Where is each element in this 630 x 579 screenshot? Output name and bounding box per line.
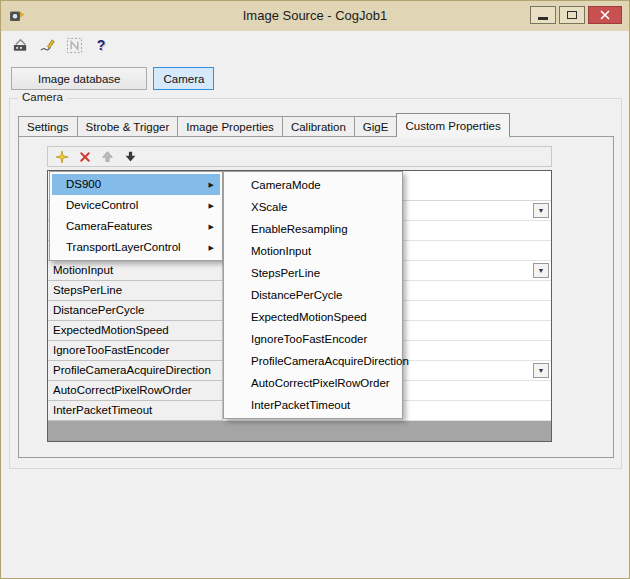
source-buttons: Image database Camera (11, 67, 214, 90)
property-name: MotionInput (48, 261, 223, 281)
tab-custom-properties[interactable]: Custom Properties (396, 113, 509, 136)
close-button[interactable] (588, 6, 622, 24)
submenu-item-distancepercycle[interactable]: DistancePerCycle (226, 284, 400, 306)
menu-item-label: CameraFeatures (66, 220, 152, 232)
menu-item-transportlayercontrol[interactable]: TransportLayerControl▶ (52, 237, 220, 258)
context-menu: DS900▶DeviceControl▶CameraFeatures▶Trans… (49, 171, 223, 261)
tab-strobe-trigger[interactable]: Strobe & Trigger (77, 116, 179, 136)
property-name: AutoCorrectPixelRowOrder (48, 381, 223, 401)
minimize-icon (538, 17, 548, 20)
tab-settings[interactable]: Settings (18, 116, 78, 136)
titlebar[interactable]: Image Source - CogJob1 (1, 1, 629, 31)
property-name: StepsPerLine (48, 281, 223, 301)
delete-property-icon[interactable] (77, 149, 92, 164)
move-down-icon[interactable] (123, 149, 138, 164)
submenu-arrow-icon: ▶ (209, 174, 214, 195)
grid-toolbar (47, 146, 552, 167)
menu-item-label: DS900 (66, 178, 101, 190)
menu-item-label: DeviceControl (66, 199, 138, 211)
tab-gige[interactable]: GigE (354, 116, 398, 136)
submenu-arrow-icon: ▶ (209, 216, 214, 237)
camera-button[interactable]: Camera (153, 67, 214, 90)
menu-item-label: TransportLayerControl (66, 241, 181, 253)
submenu-item-motioninput[interactable]: MotionInput (226, 240, 400, 262)
submenu-item-profilecameraacquiredirection[interactable]: ProfileCameraAcquireDirection (226, 350, 400, 372)
minimize-button[interactable] (530, 6, 556, 24)
property-name: DistancePerCycle (48, 301, 223, 321)
submenu-arrow-icon: ▶ (209, 195, 214, 216)
submenu-item-ignoretoofastencoder[interactable]: IgnoreTooFastEncoder (226, 328, 400, 350)
caption-buttons (530, 6, 622, 24)
maximize-button[interactable] (559, 6, 585, 24)
tab-strip: SettingsStrobe & TriggerImage Properties… (18, 113, 510, 136)
submenu-item-autocorrectpixelroworder[interactable]: AutoCorrectPixelRowOrder (226, 372, 400, 394)
submenu-item-cameramode[interactable]: CameraMode (226, 174, 400, 196)
combo-dropdown-button[interactable]: ▼ (533, 203, 549, 218)
menu-item-camerafeatures[interactable]: CameraFeatures▶ (52, 216, 220, 237)
menu-item-devicecontrol[interactable]: DeviceControl▶ (52, 195, 220, 216)
menu-item-ds900[interactable]: DS900▶ (52, 174, 220, 195)
combo-dropdown-button[interactable]: ▼ (533, 263, 549, 278)
live-display-disabled-icon[interactable] (65, 36, 83, 54)
add-property-icon[interactable] (54, 149, 69, 164)
camera-connect-icon[interactable] (11, 36, 29, 54)
submenu-item-stepsperline[interactable]: StepsPerLine (226, 262, 400, 284)
camera-group-label: Camera (18, 91, 67, 103)
context-submenu: CameraModeXScaleEnableResamplingMotionIn… (223, 171, 403, 419)
property-name: ProfileCameraAcquireDirection (48, 361, 223, 381)
signature-pen-icon[interactable] (38, 36, 56, 54)
property-name: IgnoreTooFastEncoder (48, 341, 223, 361)
maximize-icon (567, 11, 577, 19)
submenu-arrow-icon: ▶ (209, 237, 214, 258)
property-name: InterPacketTimeout (48, 401, 223, 421)
submenu-item-xscale[interactable]: XScale (226, 196, 400, 218)
property-name: ExpectedMotionSpeed (48, 321, 223, 341)
main-toolbar: ? (11, 34, 110, 56)
property-grid-empty-area (48, 421, 551, 441)
combo-dropdown-button[interactable]: ▼ (533, 363, 549, 378)
image-database-button[interactable]: Image database (11, 67, 147, 90)
submenu-item-expectedmotionspeed[interactable]: ExpectedMotionSpeed (226, 306, 400, 328)
tab-calibration[interactable]: Calibration (282, 116, 355, 136)
close-icon (600, 10, 610, 20)
help-icon[interactable]: ? (92, 36, 110, 54)
image-source-window: Image Source - CogJob1 (0, 0, 630, 579)
submenu-item-enableresampling[interactable]: EnableResampling (226, 218, 400, 240)
tab-image-properties[interactable]: Image Properties (177, 116, 283, 136)
submenu-item-interpackettimeout[interactable]: InterPacketTimeout (226, 394, 400, 416)
move-up-icon[interactable] (100, 149, 115, 164)
